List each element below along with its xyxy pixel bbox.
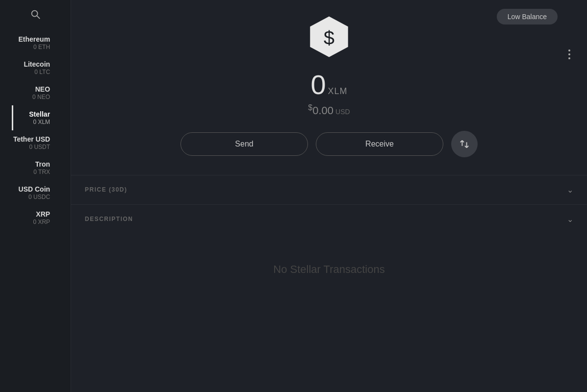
coin-balance: 0 LTC <box>13 69 50 75</box>
sidebar-item-xrp[interactable]: XRP0 XRP <box>12 205 59 230</box>
svg-line-1 <box>37 16 40 19</box>
description-accordion-header[interactable]: DESCRIPTION ⌄ <box>71 205 587 234</box>
sidebar-item-stellar[interactable]: Stellar0 XLM <box>12 105 59 130</box>
coin-balance: 0 ETH <box>13 44 50 50</box>
price-accordion-header[interactable]: PRICE (30D) ⌄ <box>71 175 587 204</box>
coin-logo: $ <box>307 15 351 59</box>
sidebar-item-tether-usd[interactable]: Tether USD0 USDT <box>12 130 59 155</box>
coin-balance: 0 USDC <box>13 194 50 200</box>
receive-button[interactable]: Receive <box>316 132 443 156</box>
coin-balance: 0 NEO <box>13 94 50 100</box>
price-label: PRICE (30D) <box>85 186 128 193</box>
balance-currency: XLM <box>328 86 348 97</box>
stellar-logo-svg: $ <box>307 15 351 59</box>
svg-point-0 <box>32 11 38 17</box>
coin-name: Tron <box>13 160 50 168</box>
coin-name: Ethereum <box>13 35 50 43</box>
more-dot-1 <box>568 49 570 51</box>
hexagon-shape: $ <box>307 15 351 59</box>
sidebar-item-litecoin[interactable]: Litecoin0 LTC <box>12 55 59 80</box>
more-dot-2 <box>568 53 570 55</box>
main-panel: Low Balance $ 0 XLM $0.00USD Send Receiv <box>71 0 587 392</box>
search-button[interactable] <box>0 9 71 20</box>
coin-name: Tether USD <box>13 135 50 143</box>
coin-name: Litecoin <box>13 60 50 68</box>
more-dot-3 <box>568 57 570 59</box>
coin-balance: 0 XRP <box>13 219 50 225</box>
coin-balance: 0 TRX <box>13 169 50 175</box>
search-icon <box>30 9 41 20</box>
price-section: PRICE (30D) ⌄ <box>71 175 587 204</box>
balance-usd-display: $0.00USD <box>308 103 350 117</box>
svg-text:$: $ <box>324 26 334 48</box>
coin-balance: 0 XLM <box>13 119 50 125</box>
sidebar-items-list: Ethereum0 ETHLitecoin0 LTCNEO0 NEOStella… <box>12 30 59 230</box>
no-transactions-message: No Stellar Transactions <box>273 263 384 276</box>
coin-name: XRP <box>13 210 50 218</box>
balance-amount: 0 <box>310 69 325 100</box>
description-label: DESCRIPTION <box>85 216 133 222</box>
price-chevron-icon: ⌄ <box>567 185 573 195</box>
balance-usd-amount: 0.00 <box>312 104 333 117</box>
sidebar-item-ethereum[interactable]: Ethereum0 ETH <box>12 30 59 55</box>
description-section: DESCRIPTION ⌄ <box>71 204 587 234</box>
balance-display: 0 XLM <box>310 69 347 100</box>
sidebar-item-neo[interactable]: NEO0 NEO <box>12 80 59 105</box>
swap-button[interactable] <box>451 131 478 157</box>
coin-name: NEO <box>13 85 50 93</box>
coin-balance: 0 USDT <box>13 144 50 150</box>
sidebar-item-usd-coin[interactable]: USD Coin0 USDC <box>12 180 59 205</box>
accordions: PRICE (30D) ⌄ DESCRIPTION ⌄ <box>71 175 587 234</box>
low-balance-badge[interactable]: Low Balance <box>497 9 558 24</box>
action-buttons: Send Receive <box>180 131 478 157</box>
description-chevron-icon: ⌄ <box>567 215 573 224</box>
sidebar-item-tron[interactable]: Tron0 TRX <box>12 155 59 180</box>
dollar-sign: $ <box>308 103 312 112</box>
coin-name: USD Coin <box>13 185 50 193</box>
coin-name: Stellar <box>13 110 50 118</box>
main-content: 0 XLM $0.00USD Send Receive PRICE (30D) … <box>71 69 587 276</box>
sidebar: Ethereum0 ETHLitecoin0 LTCNEO0 NEOStella… <box>0 0 71 392</box>
usd-label: USD <box>335 108 350 116</box>
send-button[interactable]: Send <box>180 132 308 156</box>
more-menu-button[interactable] <box>565 47 573 62</box>
swap-icon <box>459 139 470 149</box>
